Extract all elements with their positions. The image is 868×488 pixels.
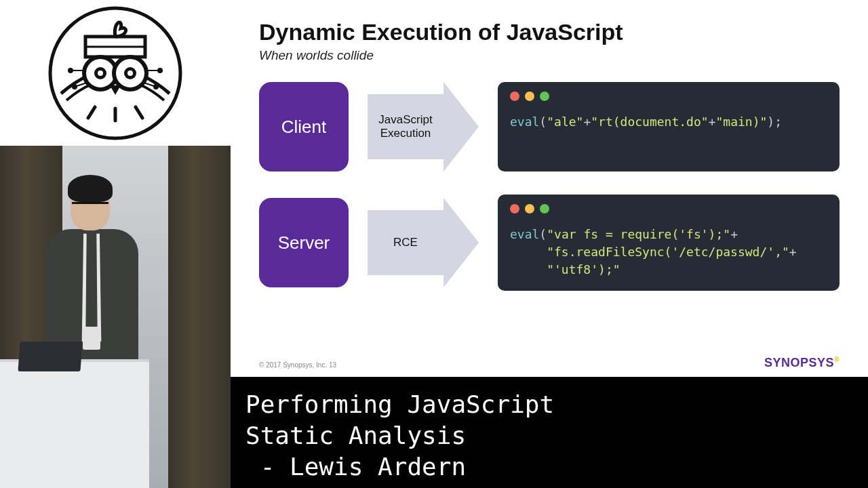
- dot-yellow-icon: [525, 92, 534, 101]
- window-dots: [510, 92, 827, 101]
- dot-green-icon: [540, 92, 549, 101]
- svg-point-8: [127, 70, 133, 76]
- window-dots: [510, 204, 827, 214]
- tag-client: Client: [259, 82, 349, 171]
- speaker-camera-panel: [0, 146, 231, 488]
- dot-yellow-icon: [525, 204, 534, 214]
- brand-logo: SYNOPSYS®: [764, 356, 840, 370]
- slide-row-client: Client JavaScript Execution eval("ale"+"…: [259, 82, 840, 171]
- slide-title: Dynamic Execution of JavaScript: [259, 19, 840, 45]
- code-block-server: eval("var fs = require('fs');"+ "fs.read…: [498, 195, 840, 291]
- svg-point-6: [98, 70, 103, 76]
- video-frame: Dynamic Execution of JavaScript When wor…: [0, 0, 868, 488]
- brand-text: SYNOPSYS: [764, 356, 834, 369]
- code-server: eval("var fs = require('fs');"+ "fs.read…: [510, 226, 827, 279]
- owl-circuit-logo-icon: [44, 5, 186, 141]
- podium: [0, 359, 149, 488]
- arrow-server: RCE: [368, 198, 479, 287]
- conference-logo-panel: [0, 0, 231, 146]
- video-caption: Performing JavaScript Static Analysis - …: [231, 377, 868, 488]
- code-block-client: eval("ale"+"rt(document.do"+"main)");: [498, 82, 840, 171]
- arrow-client-line2: Execution: [380, 127, 431, 140]
- arrow-client-line1: JavaScript: [378, 113, 432, 127]
- tag-server: Server: [259, 198, 349, 287]
- laptop: [18, 342, 82, 371]
- brand-mark: ®: [834, 356, 840, 363]
- curtain-right: [168, 146, 231, 488]
- arrow-client: JavaScript Execution: [368, 82, 479, 171]
- presentation-slide: Dynamic Execution of JavaScript When wor…: [231, 0, 868, 377]
- arrow-server-line1: RCE: [393, 236, 418, 249]
- slide-footer: © 2017 Synopsys, Inc. 13: [259, 361, 336, 369]
- dot-red-icon: [510, 92, 519, 101]
- code-client: eval("ale"+"rt(document.do"+"main)");: [510, 113, 827, 131]
- slide-subtitle: When worlds collide: [259, 48, 840, 63]
- dot-green-icon: [540, 204, 549, 214]
- dot-red-icon: [510, 204, 519, 214]
- slide-row-server: Server RCE eval("var fs = require('fs');…: [259, 195, 840, 291]
